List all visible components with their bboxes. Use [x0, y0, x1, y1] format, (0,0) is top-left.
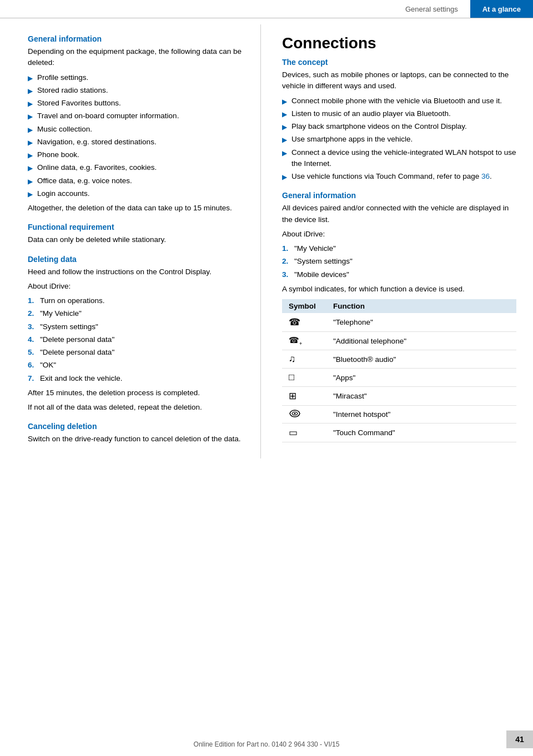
footer-text: Online Edition for Part no. 0140 2 964 3… — [194, 740, 340, 748]
functional-req-text: Data can only be deleted while stationar… — [28, 234, 245, 245]
chevron-icon: ▶ — [28, 177, 33, 187]
table-row: ☎ "Telephone" — [282, 313, 516, 332]
top-nav: General settings At a glance — [393, 0, 533, 18]
chevron-icon: ▶ — [28, 112, 33, 122]
function-cell: "Apps" — [326, 369, 516, 387]
canceling-deletion-text: Switch on the drive-ready function to ca… — [28, 434, 245, 445]
table-row: "Internet hotspot" — [282, 406, 516, 424]
bullet-item: ▶ Travel and on-board comupter informati… — [28, 110, 245, 122]
bullet-item: ▶ Use smartphone apps in the vehicle. — [282, 134, 516, 145]
symbol-cell: □ — [282, 369, 326, 387]
function-cell: "Miracast" — [326, 387, 516, 406]
general-info-intro: Depending on the equipment package, the … — [28, 46, 245, 69]
function-cell: "Telephone" — [326, 313, 516, 332]
top-separator — [0, 18, 533, 18]
step-item: 1. Turn on operations. — [28, 295, 245, 306]
step-item: 2. "System settings" — [282, 256, 516, 267]
functional-req-title: Functional requirement — [28, 223, 245, 231]
step-item: 2. "My Vehicle" — [28, 308, 245, 319]
general-info-bullets: ▶ Profile settings. ▶ Stored radio stati… — [28, 72, 245, 200]
right-general-info-text2: About iDrive: — [282, 229, 516, 240]
bullet-item: ▶ Phone book. — [28, 149, 245, 160]
page-number: 41 — [506, 730, 533, 748]
symbol-cell: ☎+ — [282, 332, 326, 350]
bullet-item: ▶ Connect mobile phone with the vehicle … — [282, 95, 516, 107]
step-item: 6. "OK" — [28, 360, 245, 371]
right-general-info-text3: A symbol indicates, for which function a… — [282, 284, 516, 295]
chevron-icon: ▶ — [28, 86, 33, 96]
step-item: 3. "System settings" — [28, 321, 245, 332]
page-content: General information Depending on the equ… — [0, 0, 533, 475]
function-cell: "Internet hotspot" — [326, 406, 516, 424]
the-concept-intro: Devices, such as mobile phones or laptop… — [282, 69, 516, 92]
general-info-title: General information — [28, 34, 245, 43]
bullet-item: ▶ Office data, e.g. voice notes. — [28, 175, 245, 187]
bullet-item: ▶ Music collection. — [28, 124, 245, 135]
symbol-cell — [282, 406, 326, 424]
symbol-cell: ⊞ — [282, 387, 326, 406]
chevron-icon: ▶ — [282, 148, 287, 158]
function-cell: "Touch Command" — [326, 424, 516, 442]
connections-heading: Connections — [282, 34, 516, 52]
symbol-cell: ▭ — [282, 424, 326, 442]
page-ref-link[interactable]: 36 — [481, 172, 490, 180]
chevron-icon: ▶ — [282, 135, 287, 145]
deleting-data-outro2: If not all of the data was deleted, repe… — [28, 402, 245, 413]
symbol-table: Symbol Function ☎ "Telephone" ☎+ "Additi… — [282, 299, 516, 442]
concept-bullet-6-text: Use vehicle functions via Touch Command,… — [291, 171, 492, 182]
bullet-item: ▶ Stored radio stations. — [28, 85, 245, 96]
chevron-icon: ▶ — [282, 122, 287, 132]
deleting-data-text1: Heed and follow the instructions on the … — [28, 266, 245, 278]
step-item: 4. "Delete personal data" — [28, 334, 245, 345]
step-item: 3. "Mobile devices" — [282, 269, 516, 280]
left-column: General information Depending on the equ… — [0, 24, 261, 458]
function-cell: "Additional telephone" — [326, 332, 516, 350]
function-col-header: Function — [326, 299, 516, 313]
step-item: 7. Exit and lock the vehicle. — [28, 373, 245, 384]
function-cell: "Bluetooth® audio" — [326, 350, 516, 369]
table-row: ▭ "Touch Command" — [282, 424, 516, 442]
chevron-icon: ▶ — [28, 163, 33, 173]
bullet-item: ▶ Login accounts. — [28, 188, 245, 199]
chevron-icon: ▶ — [282, 109, 287, 119]
right-column: Connections The concept Devices, such as… — [261, 24, 533, 458]
table-row: ♫ "Bluetooth® audio" — [282, 350, 516, 369]
bullet-item: ▶ Stored Favorites buttons. — [28, 98, 245, 109]
table-row: ☎+ "Additional telephone" — [282, 332, 516, 350]
table-row: ⊞ "Miracast" — [282, 387, 516, 406]
chevron-icon: ▶ — [28, 99, 33, 109]
symbol-cell: ♫ — [282, 350, 326, 369]
bullet-item: ▶ Profile settings. — [28, 72, 245, 83]
chevron-icon: ▶ — [28, 150, 33, 160]
symbol-cell: ☎ — [282, 313, 326, 332]
right-general-info-steps: 1. "My Vehicle" 2. "System settings" 3. … — [282, 243, 516, 280]
chevron-icon: ▶ — [28, 125, 33, 135]
step-item: 1. "My Vehicle" — [282, 243, 516, 254]
bullet-item: ▶ Online data, e.g. Favorites, cookies. — [28, 162, 245, 173]
svg-point-0 — [294, 413, 296, 415]
concept-bullets: ▶ Connect mobile phone with the vehicle … — [282, 95, 516, 183]
tab-general-settings[interactable]: General settings — [393, 0, 470, 18]
bullet-item: ▶ Play back smartphone videos on the Con… — [282, 121, 516, 132]
symbol-col-header: Symbol — [282, 299, 326, 313]
chevron-icon: ▶ — [28, 73, 33, 83]
canceling-deletion-title: Canceling deletion — [28, 422, 245, 431]
step-item: 5. "Delete personal data" — [28, 347, 245, 358]
bullet-item: ▶ Listen to music of an audio player via… — [282, 108, 516, 119]
table-row: □ "Apps" — [282, 369, 516, 387]
bullet-item: ▶ Navigation, e.g. stored destinations. — [28, 137, 245, 148]
general-info-outro: Altogether, the deletion of the data can… — [28, 203, 245, 214]
the-concept-title: The concept — [282, 58, 516, 67]
page-footer: Online Edition for Part no. 0140 2 964 3… — [0, 740, 533, 748]
chevron-icon: ▶ — [282, 172, 287, 182]
deleting-data-steps: 1. Turn on operations. 2. "My Vehicle" 3… — [28, 295, 245, 384]
deleting-data-title: Deleting data — [28, 255, 245, 264]
deleting-data-outro1: After 15 minutes, the deletion process i… — [28, 387, 245, 399]
tab-at-a-glance[interactable]: At a glance — [470, 0, 533, 18]
right-general-info-title: General information — [282, 191, 516, 200]
chevron-icon: ▶ — [28, 189, 33, 199]
bullet-item: ▶ Use vehicle functions via Touch Comman… — [282, 171, 516, 182]
chevron-icon: ▶ — [282, 97, 287, 107]
deleting-data-text2: About iDrive: — [28, 281, 245, 292]
chevron-icon: ▶ — [28, 138, 33, 148]
